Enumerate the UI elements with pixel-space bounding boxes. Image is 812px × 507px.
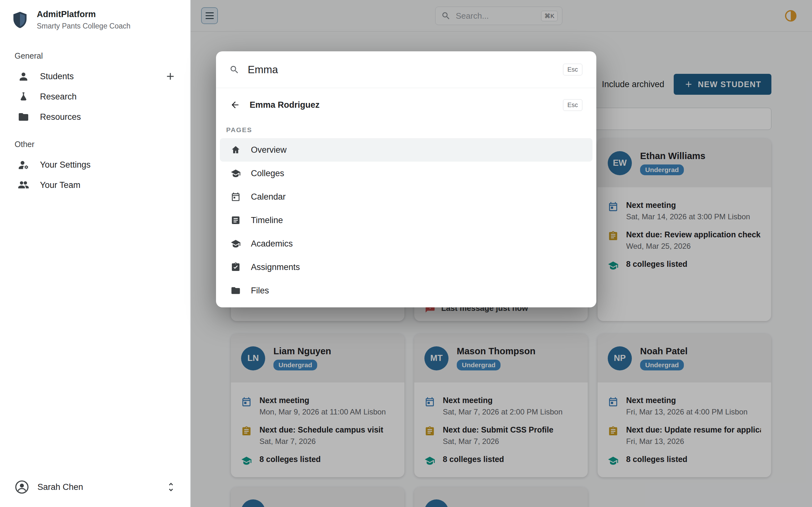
home-icon — [231, 145, 241, 155]
sidebar-item-research[interactable]: Research — [0, 87, 190, 107]
add-student-icon[interactable] — [165, 71, 176, 82]
sidebar-item-label: Research — [40, 92, 77, 102]
command-palette: Esc Emma Rodriguez Esc PAGES Overview Co… — [216, 51, 596, 307]
brand: AdmitPlatform Smarty Pants College Coach — [0, 0, 190, 39]
sidebar-item-label: Your Settings — [40, 160, 91, 170]
context-student-name: Emma Rodriguez — [250, 100, 554, 110]
palette-context-row: Emma Rodriguez Esc — [216, 95, 596, 115]
palette-item-calendar[interactable]: Calendar — [220, 185, 593, 209]
esc-badge: Esc — [563, 64, 582, 75]
pages-section-label: PAGES — [226, 126, 596, 134]
palette-item-colleges[interactable]: Colleges — [220, 162, 593, 185]
section-label-general: General — [0, 51, 190, 60]
unfold-more-icon — [165, 481, 177, 493]
article-icon — [231, 215, 241, 225]
palette-item-assignments[interactable]: Assignments — [220, 256, 593, 279]
app-root: AdmitPlatform Smarty Pants College Coach… — [0, 0, 812, 507]
calendar-icon — [231, 192, 241, 202]
folder-icon — [231, 285, 241, 296]
app-title: AdmitPlatform — [37, 9, 131, 19]
school-icon — [231, 168, 241, 178]
search-icon — [229, 65, 240, 75]
palette-search-input[interactable] — [248, 64, 555, 76]
sidebar-item-label: Resources — [40, 112, 81, 122]
palette-item-overview[interactable]: Overview — [220, 138, 593, 162]
app-tagline: Smarty Pants College Coach — [37, 22, 131, 31]
sidebar-item-label: Your Team — [40, 180, 81, 190]
palette-item-academics[interactable]: Academics — [220, 232, 593, 256]
palette-item-timeline[interactable]: Timeline — [220, 209, 593, 232]
person-icon — [18, 71, 29, 82]
sidebar-item-your-team[interactable]: Your Team — [0, 175, 190, 195]
flask-icon — [18, 91, 29, 102]
account-circle-icon — [14, 479, 30, 495]
section-label-other: Other — [0, 140, 190, 149]
group-icon — [18, 179, 29, 191]
current-user-name: Sarah Chen — [38, 482, 83, 492]
manage-accounts-icon — [18, 159, 29, 170]
sidebar: AdmitPlatform Smarty Pants College Coach… — [0, 0, 190, 507]
back-arrow-icon[interactable] — [230, 100, 240, 110]
folder-icon — [18, 111, 29, 123]
sidebar-item-resources[interactable]: Resources — [0, 107, 190, 127]
palette-item-files[interactable]: Files — [220, 279, 593, 302]
app-logo-shield-icon — [10, 10, 30, 30]
sidebar-item-label: Students — [40, 72, 74, 81]
school-icon — [231, 239, 241, 249]
sidebar-item-students[interactable]: Students — [0, 66, 190, 87]
assignment-icon — [231, 262, 241, 272]
current-user-menu[interactable]: Sarah Chen — [0, 470, 190, 507]
palette-search-row: Esc — [216, 51, 596, 88]
esc-badge: Esc — [563, 99, 582, 111]
sidebar-item-your-settings[interactable]: Your Settings — [0, 155, 190, 175]
